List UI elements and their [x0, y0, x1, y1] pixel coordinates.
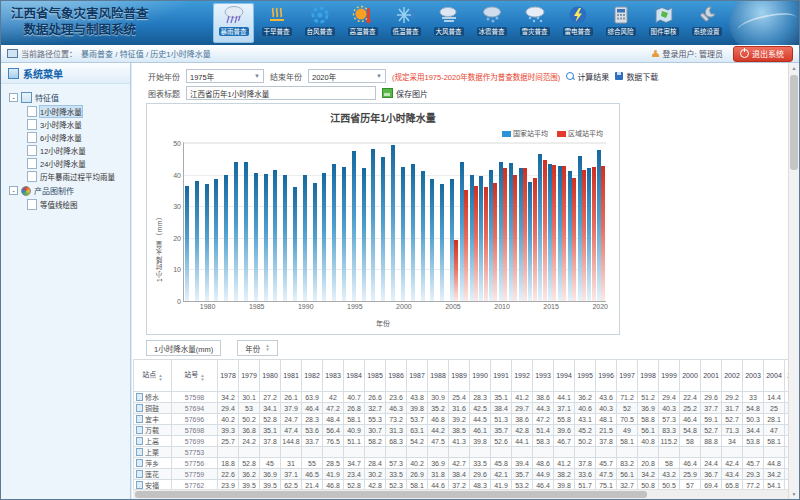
end-year-select[interactable]: 2020年▼: [308, 69, 386, 83]
start-year-select[interactable]: 1975年▼: [186, 69, 264, 83]
value-cell: 76.5: [323, 436, 344, 447]
table-row-萍乡[interactable]: 萍乡5775618.852.845315528.534.728.457.340.…: [134, 458, 790, 469]
year-sort-control[interactable]: 年份 ▲▼: [237, 340, 277, 356]
tree-node[interactable]: -产品图制作: [1, 183, 130, 198]
table-row-莲花[interactable]: 莲花5775922.636.236.937.146.541.923.430.23…: [134, 469, 790, 480]
value-cell: 54.8: [743, 403, 764, 414]
value-cell: 25.4: [449, 392, 470, 403]
table-row-上高[interactable]: 上高5769925.724.237.8144.833.776.551.158.2…: [134, 436, 790, 447]
toolbar-item-rain-cloud[interactable]: 暴雨普查: [213, 3, 254, 43]
col-header-year-1990[interactable]: 1990: [470, 360, 491, 392]
col-header-year-1993[interactable]: 1993: [533, 360, 554, 392]
toolbar-item-lightning[interactable]: 雷电普查: [557, 3, 598, 43]
col-header-year-1998[interactable]: 1998: [638, 360, 659, 392]
table-row-万载[interactable]: 万载5769839.336.835.147.453.656.440.930.73…: [134, 425, 790, 436]
vscroll-thumb[interactable]: [790, 75, 798, 170]
toolbar-item-hail[interactable]: 冰雹普查: [471, 3, 512, 43]
sidebar-item-24小时降水量[interactable]: 24小时降水量: [1, 157, 130, 170]
table-row-修水[interactable]: 修水5759834.230.127.226.163.94240.726.623.…: [134, 392, 790, 403]
value-cell: 46.4: [680, 414, 701, 425]
col-header-year-1995[interactable]: 1995: [575, 360, 596, 392]
value-cell: 34.4: [743, 425, 764, 436]
col-header-year-1999[interactable]: 1999: [659, 360, 680, 392]
cold-icon: [393, 3, 419, 27]
table-row-宜丰[interactable]: 宜丰5769640.250.252.824.728.348.458.155.37…: [134, 414, 790, 425]
toolbar-item-typhoon[interactable]: 台风普查: [299, 3, 340, 43]
chart-title-input[interactable]: [186, 86, 376, 100]
table-row-铜鼓[interactable]: 铜鼓5769429.45334.137.946.447.226.832.746.…: [134, 403, 790, 414]
sidebar-item-6小时降水量[interactable]: 6小时降水量: [1, 131, 130, 144]
collapse-icon[interactable]: -: [9, 93, 18, 102]
station-data-table: 站点 ▲▼站号 ▲▼197819791980198119821983198419…: [133, 359, 789, 490]
col-header-year-1978[interactable]: 1978: [218, 360, 239, 392]
bar-regional-2017: [572, 178, 576, 301]
collapse-icon[interactable]: -: [9, 186, 18, 195]
col-header-year-1981[interactable]: 1981: [281, 360, 302, 392]
sidebar-item-历年暴雨过程平均雨量[interactable]: 历年暴雨过程平均雨量: [1, 170, 130, 183]
col-header-year-2003[interactable]: 2003: [743, 360, 764, 392]
col-header-year-2000[interactable]: 2000: [680, 360, 701, 392]
unit-control[interactable]: 1小时降水量(mm): [146, 340, 221, 356]
col-header-year-1984[interactable]: 1984: [344, 360, 365, 392]
sidebar-item-1小时降水量[interactable]: 1小时降水量: [1, 105, 130, 118]
exit-system-button[interactable]: 退出系统: [733, 46, 793, 62]
col-header-year-1987[interactable]: 1987: [407, 360, 428, 392]
value-cell: 14.4: [764, 392, 785, 403]
save-image-button[interactable]: 保存图片: [382, 88, 428, 99]
col-header-station-id[interactable]: 站号 ▲▼: [172, 360, 218, 392]
toolbar-item-map[interactable]: 图件审核: [643, 3, 684, 43]
sidebar-item-12小时降水量[interactable]: 12小时降水量: [1, 144, 130, 157]
toolbar-item-cold[interactable]: 低温普查: [385, 3, 426, 43]
value-cell: 42.5: [470, 403, 491, 414]
toolbar-item-snow[interactable]: 雪灾普查: [514, 3, 555, 43]
tree-node[interactable]: -特征值: [1, 90, 130, 105]
bar-national-1979: [195, 181, 199, 301]
vertical-scrollbar[interactable]: ▲ ▼: [788, 63, 799, 499]
value-cell: 45.7: [596, 458, 617, 469]
col-header-year-1989[interactable]: 1989: [449, 360, 470, 392]
col-header-year-1996[interactable]: 1996: [596, 360, 617, 392]
toolbar-item-wrench[interactable]: 系统设置: [686, 3, 727, 43]
col-header-year-1985[interactable]: 1985: [365, 360, 386, 392]
user-icon: [652, 50, 660, 58]
toolbar-item-sun-thermo[interactable]: 高温普查: [342, 3, 383, 43]
hscroll-thumb[interactable]: [135, 491, 647, 498]
col-header-year-1992[interactable]: 1992: [512, 360, 533, 392]
horizontal-scrollbar[interactable]: [133, 489, 789, 499]
col-header-year-1982[interactable]: 1982: [302, 360, 323, 392]
bar-regional-2007: [474, 186, 478, 301]
scroll-down-icon[interactable]: ▼: [789, 489, 799, 499]
col-header-year-1983[interactable]: 1983: [323, 360, 344, 392]
col-header-year-2002[interactable]: 2002: [722, 360, 743, 392]
download-button[interactable]: 数据下载: [615, 71, 658, 82]
value-cell: 44.9: [533, 469, 554, 480]
toolbar-item-wind[interactable]: 大风普查: [428, 3, 469, 43]
value-cell: 29.6: [701, 392, 722, 403]
sidebar-item-等值线绘图[interactable]: 等值线绘图: [1, 198, 130, 211]
value-cell: 51.3: [491, 414, 512, 425]
col-header-year-2004[interactable]: 2004: [764, 360, 785, 392]
toolbar-item-heat[interactable]: 干旱普查: [256, 3, 297, 43]
table-row-上栗[interactable]: 上栗57753: [134, 447, 790, 458]
col-header-year-1979[interactable]: 1979: [239, 360, 260, 392]
col-header-year-1994[interactable]: 1994: [554, 360, 575, 392]
col-header-year-1991[interactable]: 1991: [491, 360, 512, 392]
value-cell: 71.3: [722, 425, 743, 436]
toolbar-item-calculator[interactable]: 综合风险: [600, 3, 641, 43]
main-panel: 开始年份 1975年▼ 结束年份 2020年▼ (规定采用1975-2020年数…: [132, 63, 789, 499]
station-id: 57698: [172, 425, 218, 436]
breadcrumb[interactable]: 暴雨普查 / 特征值 / 历史1小时降水量: [81, 48, 211, 59]
value-cell: [218, 447, 239, 458]
col-header-year-1980[interactable]: 1980: [260, 360, 281, 392]
value-cell: 37.8: [260, 436, 281, 447]
value-cell: 23.4: [344, 469, 365, 480]
col-header-station[interactable]: 站点 ▲▼: [134, 360, 172, 392]
calculate-button[interactable]: 计算结果: [566, 71, 609, 82]
scroll-up-icon[interactable]: ▲: [789, 63, 799, 73]
value-cell: 57.3: [659, 414, 680, 425]
col-header-year-1997[interactable]: 1997: [617, 360, 638, 392]
col-header-year-1986[interactable]: 1986: [386, 360, 407, 392]
col-header-year-2001[interactable]: 2001: [701, 360, 722, 392]
col-header-year-1988[interactable]: 1988: [428, 360, 449, 392]
sidebar-item-3小时降水量[interactable]: 3小时降水量: [1, 118, 130, 131]
